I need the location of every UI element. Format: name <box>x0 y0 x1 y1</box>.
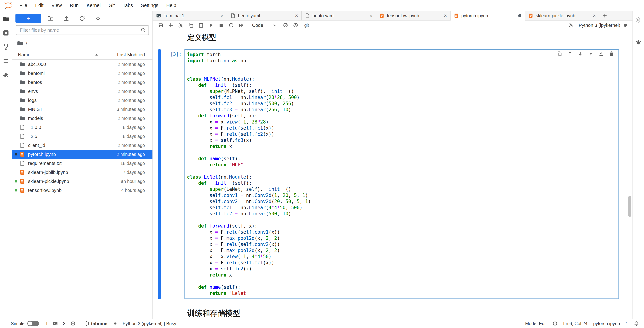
file-row[interactable]: logs2 months ago <box>12 96 152 105</box>
code-line[interactable]: x = x.view(-1, 28*28) <box>187 119 617 125</box>
code-line[interactable]: return x <box>187 143 617 149</box>
file-row[interactable]: sklearn-pickle.ipynban hour ago <box>12 177 152 186</box>
code-line[interactable]: x = self.fc3(x) <box>187 137 617 143</box>
add-tab-button[interactable] <box>600 11 610 20</box>
code-line[interactable]: self.fc2 = nn.Linear(500, 10) <box>187 211 617 217</box>
run-button[interactable] <box>206 21 216 30</box>
duplicate-button[interactable] <box>557 51 562 56</box>
code-line[interactable]: x = x.view(-1, 4*4*50) <box>187 253 617 260</box>
code-line[interactable] <box>187 70 617 76</box>
code-line[interactable]: super(MLPNet, self).__init__() <box>187 88 617 94</box>
code-line[interactable]: x = F.relu(self.conv1(x)) <box>187 229 617 235</box>
sidebar-tab-running-terminals[interactable] <box>2 30 9 36</box>
tab-sklearn-pickle-ipynb[interactable]: sklearn-pickle.ipynb× <box>525 11 600 20</box>
code-line[interactable]: x = F.max_pool2d(x, 2, 2) <box>187 235 617 241</box>
tab-bento-yaml[interactable]: bento.yaml× <box>302 11 376 20</box>
close-tab-button[interactable]: × <box>444 13 447 18</box>
file-row[interactable]: pytorch.ipynb2 minutes ago <box>12 150 152 159</box>
file-row[interactable]: bentos2 months ago <box>12 78 152 87</box>
menu-help[interactable]: Help <box>162 0 180 11</box>
file-row[interactable]: tensorflow.ipynb4 hours ago <box>12 186 152 195</box>
insert-below-button[interactable] <box>599 51 604 56</box>
code-line[interactable]: self.fc1 = nn.Linear(28*28, 500) <box>187 94 617 100</box>
terminals-count[interactable]: 1 <box>45 321 48 326</box>
simple-mode-toggle[interactable] <box>27 321 39 326</box>
sidebar-tab-debugger[interactable] <box>635 39 642 45</box>
markdown-heading-bottom[interactable]: 训练和存储模型 <box>187 308 240 318</box>
code-line[interactable]: def __init__(self): <box>187 82 617 88</box>
git-toolbar-label[interactable]: git <box>304 23 309 28</box>
kernels-count[interactable]: 3 <box>63 321 66 326</box>
terminal-status-icon-wrap[interactable] <box>53 321 58 326</box>
cell-type-dropdown[interactable]: Code <box>246 23 280 28</box>
kernel-status-indicator[interactable] <box>623 23 630 27</box>
sidebar-tab-git[interactable] <box>2 44 9 50</box>
cursor-position[interactable]: Ln 6, Col 24 <box>563 321 588 326</box>
file-row[interactable]: requirements.txt18 days ago <box>12 159 152 168</box>
file-row[interactable]: =1.0.08 days ago <box>12 123 152 132</box>
code-line[interactable]: import torch.nn as nn <box>187 58 617 64</box>
tab-bento-yaml[interactable]: bento.yaml× <box>227 11 302 20</box>
code-line[interactable]: class LeNet(nn.Module): <box>187 174 617 180</box>
kernel-status-icon-wrap[interactable] <box>70 321 76 326</box>
code-line[interactable]: return "LeNet" <box>187 290 617 296</box>
notifications-mute-icon-wrap[interactable] <box>552 321 558 326</box>
close-tab-button[interactable]: × <box>592 13 596 18</box>
kernel-name[interactable]: Python 3 (ipykernel) <box>579 23 620 28</box>
new-folder-button[interactable] <box>48 15 54 22</box>
code-line[interactable]: x = F.max_pool2d(x, 2, 2) <box>187 247 617 253</box>
code-line[interactable]: x = self.fc2(x) <box>187 266 617 272</box>
menu-edit[interactable]: Edit <box>31 0 48 11</box>
new-launcher-button[interactable]: + <box>16 14 41 23</box>
file-row[interactable]: MNIST3 minutes ago <box>12 105 152 114</box>
code-line[interactable] <box>187 168 617 174</box>
code-line[interactable]: self.conv1 = nn.Conv2d(1, 20, 5, 1) <box>187 192 617 198</box>
git-status-icon-wrap[interactable] <box>112 321 118 326</box>
insert-cell-button[interactable] <box>166 21 176 30</box>
restart-button[interactable] <box>226 21 236 30</box>
tab-terminal-1[interactable]: Terminal 1× <box>153 11 227 20</box>
copy-button[interactable] <box>186 21 196 30</box>
tab-pytorch-ipynb[interactable]: pytorch.ipynb <box>450 11 525 20</box>
move-down-button[interactable] <box>578 51 583 56</box>
code-line[interactable]: def __init__(self): <box>187 180 617 186</box>
scrollbar-thumb[interactable] <box>628 196 632 217</box>
code-line[interactable]: self.conv2 = nn.Conv2d(20, 50, 5, 1) <box>187 198 617 205</box>
code-line[interactable] <box>187 149 617 155</box>
restart-run-all-button[interactable] <box>236 21 246 30</box>
menu-view[interactable]: View <box>48 0 66 11</box>
code-line[interactable] <box>187 278 617 284</box>
code-line[interactable]: return "MLP" <box>187 162 617 168</box>
code-line[interactable]: import torch <box>187 52 617 58</box>
notebook-area[interactable]: 定义模型 [3]: import torchimport torch.nn as… <box>153 30 632 319</box>
sidebar-tab-property-inspector[interactable] <box>635 17 642 23</box>
paste-button[interactable] <box>196 21 206 30</box>
mode-indicator[interactable]: Mode: Edit <box>525 321 547 326</box>
code-line[interactable] <box>187 64 617 70</box>
close-tab-button[interactable]: × <box>220 13 224 18</box>
code-line[interactable] <box>187 217 617 223</box>
circle-slash-button[interactable] <box>280 21 290 30</box>
code-line[interactable]: x = F.relu(self.fc1(x)) <box>187 260 617 266</box>
file-row[interactable]: sklearn-joblib.ipynb7 days ago <box>12 168 152 177</box>
menu-tabs[interactable]: Tabs <box>119 0 137 11</box>
code-line[interactable]: return x <box>187 272 617 278</box>
column-name[interactable]: Name <box>18 52 30 58</box>
file-filter-input[interactable] <box>16 25 149 35</box>
bell-icon-wrap[interactable] <box>634 321 639 326</box>
code-line[interactable]: x = F.relu(self.fc2(x)) <box>187 131 617 137</box>
menu-kernel[interactable]: Kernel <box>83 0 105 11</box>
tab-tensorflow-ipynb[interactable]: tensorflow.ipynb× <box>376 11 450 20</box>
git-clone-button[interactable] <box>95 15 101 22</box>
upload-button[interactable] <box>63 15 70 22</box>
interrupt-button[interactable] <box>216 21 226 30</box>
insert-above-button[interactable] <box>588 51 593 56</box>
code-line[interactable]: def forward(self, x): <box>187 113 617 119</box>
sidebar-tab-table-of-contents[interactable] <box>2 58 9 64</box>
markdown-heading-top[interactable]: 定义模型 <box>187 32 216 42</box>
close-tab-button[interactable]: × <box>369 13 372 18</box>
code-line[interactable]: self.fc3 = nn.Linear(256, 10) <box>187 107 617 113</box>
code-line[interactable]: self.fc2 = nn.Linear(500, 256) <box>187 100 617 107</box>
file-row[interactable]: abc10002 months ago <box>12 60 152 69</box>
breadcrumb-root[interactable]: / <box>26 41 27 46</box>
